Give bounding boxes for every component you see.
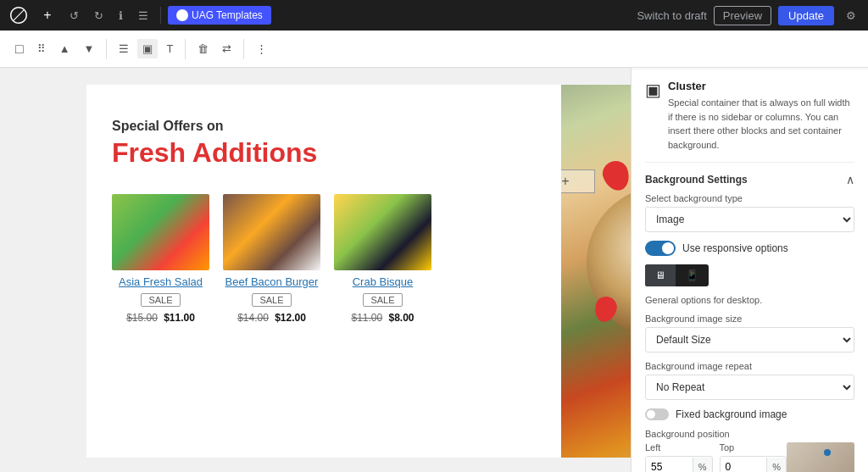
cluster-section: ▣ Cluster Special container that is alwa… bbox=[645, 80, 854, 152]
editor-toolbar: □ ⠿ ▲ ▼ ☰ ▣ T 🗑 ⇄ ⋮ bbox=[0, 31, 868, 68]
delete-button[interactable]: 🗑 bbox=[192, 39, 214, 58]
fixed-bg-label: Fixed background image bbox=[676, 408, 787, 420]
product-badge-1: SALE bbox=[141, 293, 180, 307]
special-offers-label: Special Offers on bbox=[112, 119, 536, 134]
update-button[interactable]: Update bbox=[778, 6, 834, 25]
small-slider bbox=[645, 408, 669, 420]
bg-type-label: Select background type bbox=[645, 193, 854, 203]
move-down-button[interactable]: ▼ bbox=[79, 39, 100, 58]
fixed-bg-toggle[interactable] bbox=[645, 408, 669, 420]
product-badge-2: SALE bbox=[252, 293, 291, 307]
desktop-icon: 🖥 bbox=[655, 269, 665, 281]
bg-type-select[interactable]: Image bbox=[645, 207, 854, 232]
toggle-slider bbox=[645, 241, 676, 256]
settings-button[interactable]: ⚙ bbox=[841, 6, 861, 25]
cluster-info: Cluster Special container that is always… bbox=[668, 80, 854, 152]
bg-size-label: Background image size bbox=[645, 314, 854, 324]
device-tab-mobile[interactable]: 📱 bbox=[676, 264, 709, 286]
product-price-2: $14.00 $12.00 bbox=[237, 312, 306, 324]
bg-position-visual[interactable] bbox=[787, 442, 854, 472]
pos-left-input[interactable] bbox=[646, 457, 693, 472]
bg-settings-header: Background Settings ∧ bbox=[645, 173, 854, 186]
general-desc: General options for desktop. bbox=[645, 295, 854, 305]
pos-top-label: Top bbox=[720, 442, 787, 453]
bg-position-section: Background position Left % Top bbox=[645, 429, 854, 472]
cluster-title: Cluster bbox=[668, 80, 854, 92]
responsive-toggle-row: Use responsive options bbox=[645, 241, 854, 256]
text-style-button[interactable]: T bbox=[161, 39, 178, 58]
left-input-group: Left % bbox=[645, 442, 713, 472]
sidebar-content: ▣ Cluster Special container that is alwa… bbox=[632, 69, 868, 472]
product-image-2 bbox=[223, 194, 320, 270]
divider-1 bbox=[645, 162, 854, 163]
add-icon-overlay[interactable]: + bbox=[561, 174, 569, 189]
product-price-1: $15.00 $11.00 bbox=[126, 312, 195, 324]
move-up-button[interactable]: ▲ bbox=[54, 39, 75, 58]
product-item-3: Crab Bisque SALE $11.00 $8.00 bbox=[334, 194, 431, 324]
block-style-button[interactable]: ▣ bbox=[137, 39, 158, 58]
toolbar-separator-2 bbox=[185, 39, 186, 59]
product-badge-3: SALE bbox=[363, 293, 402, 307]
tools-button[interactable]: ☰ bbox=[133, 6, 153, 25]
wordpress-icon bbox=[10, 7, 27, 24]
product-price-old-1: $15.00 bbox=[126, 312, 158, 324]
responsive-toggle[interactable] bbox=[645, 241, 676, 256]
main-layout: Special Offers on Fresh Additions Asia F… bbox=[0, 68, 868, 472]
toolbar-separator-1 bbox=[106, 39, 107, 59]
info-button[interactable]: ℹ bbox=[114, 6, 128, 25]
responsive-label: Use responsive options bbox=[682, 242, 788, 254]
bg-size-select[interactable]: Default Size bbox=[645, 327, 854, 353]
block-icon-button[interactable]: □ bbox=[10, 38, 29, 60]
top-input-group: Top % bbox=[720, 442, 787, 472]
wp-logo bbox=[7, 3, 31, 27]
product-item-1: Asia Fresh Salad SALE $15.00 $11.00 bbox=[112, 194, 209, 324]
pos-top-input-group: % bbox=[720, 456, 787, 472]
pos-left-input-group: % bbox=[645, 456, 713, 472]
product-name-3[interactable]: Crab Bisque bbox=[353, 275, 414, 288]
add-block-topbar-button[interactable]: + bbox=[36, 3, 59, 27]
separator bbox=[160, 7, 161, 24]
bg-position-dot bbox=[824, 449, 831, 456]
mobile-icon: 📱 bbox=[686, 269, 698, 281]
top-bar: + ↺ ↻ ℹ ☰ UAG Templates Switch to draft … bbox=[0, 0, 868, 31]
more-options-button[interactable]: ⋮ bbox=[251, 39, 272, 58]
preview-button[interactable]: Preview bbox=[714, 6, 771, 25]
pos-left-unit: % bbox=[693, 458, 712, 472]
right-sidebar: Page Block ✕ ▣ Cluster Special container… bbox=[631, 31, 868, 472]
cluster-icon: ▣ bbox=[645, 80, 661, 152]
device-tabs: 🖥 📱 bbox=[645, 264, 709, 286]
pos-top-unit: % bbox=[766, 458, 786, 472]
transform-button[interactable]: ⇄ bbox=[217, 39, 236, 58]
bg-settings-title: Background Settings bbox=[645, 174, 748, 186]
fixed-bg-row: Fixed background image bbox=[645, 408, 854, 420]
bg-repeat-select[interactable]: No Repeat bbox=[645, 375, 854, 400]
product-price-new-1: $11.00 bbox=[164, 312, 195, 324]
product-price-new-2: $12.00 bbox=[275, 312, 306, 324]
switch-draft-link[interactable]: Switch to draft bbox=[637, 9, 706, 22]
align-left-button[interactable]: ☰ bbox=[114, 39, 134, 58]
special-offers-text: Special Offers on Fresh Additions bbox=[112, 119, 536, 169]
toolbar-separator-3 bbox=[243, 39, 244, 59]
redo-button[interactable]: ↻ bbox=[89, 6, 108, 25]
product-name-1[interactable]: Asia Fresh Salad bbox=[119, 275, 203, 288]
bg-settings-toggle[interactable]: ∧ bbox=[846, 173, 854, 186]
bg-pos-preview bbox=[787, 442, 854, 472]
fresh-additions-heading: Fresh Additions bbox=[112, 137, 536, 169]
strawberry-1 bbox=[599, 158, 633, 194]
drag-handle[interactable]: ⠿ bbox=[32, 39, 51, 58]
position-inputs: Left % Top % bbox=[645, 442, 787, 472]
product-name-2[interactable]: Beef Bacon Burger bbox=[225, 275, 319, 288]
uag-templates-button[interactable]: UAG Templates bbox=[168, 6, 271, 25]
bg-repeat-label: Background image repeat bbox=[645, 361, 854, 371]
bg-position-label: Background position bbox=[645, 429, 854, 439]
pos-top-input[interactable] bbox=[721, 457, 767, 472]
product-image-1 bbox=[112, 194, 209, 270]
uag-icon bbox=[176, 9, 188, 21]
left-panel: Special Offers on Fresh Additions Asia F… bbox=[86, 85, 561, 458]
top-bar-right: Switch to draft Preview Update ⚙ bbox=[637, 6, 861, 25]
product-image-3 bbox=[334, 194, 431, 270]
image-selection-box: + bbox=[561, 169, 595, 193]
device-tab-desktop[interactable]: 🖥 bbox=[645, 264, 676, 286]
product-price-old-2: $14.00 bbox=[237, 312, 269, 324]
undo-button[interactable]: ↺ bbox=[64, 6, 84, 25]
